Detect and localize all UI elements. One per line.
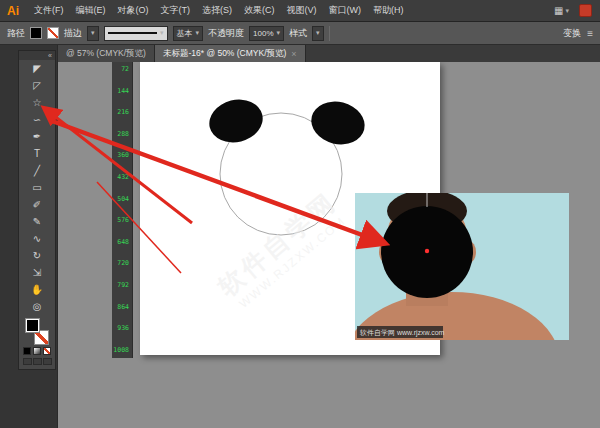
none-button[interactable]: [43, 347, 51, 355]
transform-label[interactable]: 变换: [563, 27, 581, 40]
menu-item-o[interactable]: 对象(O): [112, 0, 155, 21]
chevron-down-icon: ▾: [91, 29, 95, 37]
document-tab-1[interactable]: 未标题-16* @ 50% (CMYK/预览)×: [155, 45, 306, 62]
context-label: 路径: [7, 27, 25, 40]
rotate-tool-icon: ↻: [33, 250, 41, 261]
rotate-tool[interactable]: ↻: [19, 247, 55, 264]
tool-list: ◤◸☆∽✒T╱▭✐✎∿↻⇲✋◎: [19, 60, 55, 315]
divider: [329, 26, 330, 41]
tools-panel-collapse[interactable]: «: [19, 51, 55, 60]
ruler-tick: 360: [117, 152, 129, 159]
workspace-switcher[interactable]: ▦ ▾: [550, 5, 573, 16]
ruler-tick: 792: [117, 282, 129, 289]
menu-item-f[interactable]: 文件(F): [28, 0, 70, 21]
ruler-tick: 1008: [113, 347, 129, 354]
document-tab-label: @ 57% (CMYK/预览): [66, 48, 146, 60]
selection-tool[interactable]: ◤: [19, 60, 55, 77]
scale-tool-icon: ⇲: [33, 267, 41, 278]
draw-normal-button[interactable]: [23, 358, 32, 365]
lasso-tool[interactable]: ∽: [19, 111, 55, 128]
menu-item-w[interactable]: 窗口(W): [323, 0, 368, 21]
control-bar: 路径 描边 ▾ ▾ 基本 ▾ 不透明度 100% ▾ 样式 ▾ 变换 ≡: [0, 22, 600, 45]
chevron-down-icon: ▾: [277, 29, 281, 37]
artboard[interactable]: [140, 62, 440, 355]
direct-selection-tool[interactable]: ◸: [19, 77, 55, 94]
zoom-tool-icon: ◎: [33, 301, 42, 312]
hand-tool[interactable]: ✋: [19, 281, 55, 298]
document-tab-bar: @ 57% (CMYK/预览)未标题-16* @ 50% (CMYK/预览)×: [58, 45, 600, 62]
illustrator-window: Ai 文件(F)编辑(E)对象(O)文字(T)选择(S)效果(C)视图(V)窗口…: [0, 0, 600, 428]
close-icon[interactable]: ×: [291, 49, 296, 59]
ruler-tick: 144: [117, 88, 129, 95]
paintbrush-tool-icon: ✐: [33, 199, 41, 210]
ruler-tick: 720: [117, 260, 129, 267]
brush-definition-value: 基本: [177, 28, 193, 39]
menu-item-v[interactable]: 视图(V): [281, 0, 323, 21]
stroke-weight-dropdown[interactable]: ▾: [87, 26, 99, 41]
draw-inside-button[interactable]: [43, 358, 52, 365]
ruler-tick: 504: [117, 196, 129, 203]
stroke-color-swatch[interactable]: [47, 27, 59, 39]
menu-items: 文件(F)编辑(E)对象(O)文字(T)选择(S)效果(C)视图(V)窗口(W)…: [28, 0, 410, 21]
type-tool[interactable]: T: [19, 145, 55, 162]
control-bar-right: 变换 ≡: [563, 27, 593, 40]
vertical-ruler[interactable]: 7214421628836043250457664872079286493610…: [112, 62, 133, 358]
fill-indicator-swatch[interactable]: [25, 318, 40, 333]
ruler-tick: 936: [117, 325, 129, 332]
document-tab-label: 未标题-16* @ 50% (CMYK/预览): [163, 48, 286, 60]
ruler-tick: 216: [117, 109, 129, 116]
document-tab-0[interactable]: @ 57% (CMYK/预览): [58, 45, 155, 62]
paintbrush-tool[interactable]: ✐: [19, 196, 55, 213]
ruler-tick: 288: [117, 131, 129, 138]
scale-tool[interactable]: ⇲: [19, 264, 55, 281]
tools-panel: « ◤◸☆∽✒T╱▭✐✎∿↻⇲✋◎: [18, 50, 56, 370]
style-dropdown[interactable]: ▾: [312, 26, 324, 41]
stroke-label: 描边: [64, 27, 82, 40]
menu-item-s[interactable]: 选择(S): [196, 0, 238, 21]
rectangle-tool[interactable]: ▭: [19, 179, 55, 196]
menu-bar: Ai 文件(F)编辑(E)对象(O)文字(T)选择(S)效果(C)视图(V)窗口…: [0, 0, 600, 22]
panel-menu-icon[interactable]: ≡: [587, 28, 593, 39]
color-mode-buttons: [19, 347, 55, 355]
opacity-value: 100%: [253, 29, 273, 38]
draw-behind-button[interactable]: [33, 358, 42, 365]
line-segment-tool[interactable]: ╱: [19, 162, 55, 179]
width-tool-icon: ∿: [33, 233, 41, 244]
magic-wand-tool[interactable]: ☆: [19, 94, 55, 111]
color-button[interactable]: [23, 347, 31, 355]
ruler-tick: 648: [117, 239, 129, 246]
opacity-dropdown[interactable]: 100% ▾: [249, 26, 284, 41]
app-logo: Ai: [0, 4, 28, 18]
pen-tool[interactable]: ✒: [19, 128, 55, 145]
fill-stroke-indicator: [24, 318, 50, 345]
stroke-profile-dropdown[interactable]: ▾: [104, 26, 168, 41]
app-badge-icon[interactable]: [579, 4, 592, 17]
zoom-tool[interactable]: ◎: [19, 298, 55, 315]
lasso-tool-icon: ∽: [33, 114, 41, 125]
hand-tool-icon: ✋: [31, 284, 43, 295]
magic-wand-tool-icon: ☆: [33, 97, 42, 108]
menu-item-e[interactable]: 编辑(E): [70, 0, 112, 21]
opacity-label[interactable]: 不透明度: [208, 27, 244, 40]
brush-definition-dropdown[interactable]: 基本 ▾: [173, 26, 204, 41]
pen-tool-icon: ✒: [33, 131, 41, 142]
style-label[interactable]: 样式: [289, 27, 307, 40]
menu-item-h[interactable]: 帮助(H): [367, 0, 410, 21]
chevron-down-icon: ▾: [196, 29, 200, 37]
pencil-tool[interactable]: ✎: [19, 213, 55, 230]
selection-tool-icon: ◤: [33, 63, 41, 74]
direct-selection-tool-icon: ◸: [33, 80, 41, 91]
width-tool[interactable]: ∿: [19, 230, 55, 247]
rectangle-tool-icon: ▭: [32, 182, 41, 193]
gradient-button[interactable]: [33, 347, 41, 355]
chevron-down-icon: ▾: [316, 29, 320, 37]
ruler-tick: 72: [121, 66, 129, 73]
ruler-tick: 864: [117, 304, 129, 311]
chevron-down-icon: ▾: [160, 29, 164, 37]
menu-item-t[interactable]: 文字(T): [155, 0, 197, 21]
ruler-tick: 432: [117, 174, 129, 181]
menu-item-c[interactable]: 效果(C): [238, 0, 281, 21]
fill-color-swatch[interactable]: [30, 27, 42, 39]
ruler-tick: 576: [117, 217, 129, 224]
draw-mode-buttons: [19, 358, 55, 365]
